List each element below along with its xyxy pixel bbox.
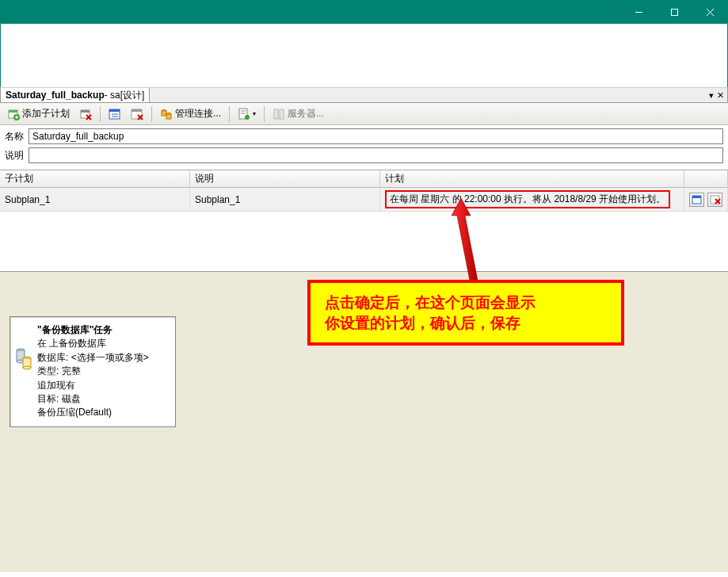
svg-rect-10 [81, 110, 90, 113]
cell-desc: Subplan_1 [190, 188, 380, 211]
subplan-grid: 子计划 说明 计划 Subplan_1 Subplan_1 在每周 星期六 的 … [0, 170, 728, 271]
maximize-button[interactable] [657, 0, 692, 24]
task-line: 在 上备份数据库 [37, 337, 169, 350]
svg-rect-1 [672, 9, 678, 15]
cell-plan: 在每周 星期六 的 22:00:00 执行。将从 2018/8/29 开始使用计… [380, 188, 684, 211]
schedule-button[interactable] [105, 105, 125, 123]
task-line: 数据库: <选择一项或多项> [37, 351, 169, 365]
window-titlebar [0, 0, 728, 24]
toolbar: 添加子计划 管理连接... ▾ 服务器... [0, 103, 728, 125]
svg-rect-5 [9, 110, 17, 113]
connections-icon [160, 108, 173, 120]
calendar-icon [109, 108, 121, 120]
annotation-callout: 点击确定后，在这个页面会显示 你设置的计划，确认后，保存 [307, 280, 624, 346]
add-subplan-icon [7, 108, 20, 120]
grid-empty-area [0, 212, 728, 271]
header-actions [684, 170, 728, 187]
report-icon [238, 108, 250, 120]
svg-marker-42 [452, 198, 478, 281]
delete-schedule-button[interactable] [707, 193, 722, 207]
add-subplan-label: 添加子计划 [22, 107, 70, 120]
desc-input[interactable] [29, 147, 723, 163]
task-line: 追加现有 [37, 379, 169, 392]
manage-connections-button[interactable]: 管理连接... [156, 105, 225, 123]
add-subplan-button[interactable]: 添加子计划 [3, 105, 74, 123]
backup-db-icon [15, 347, 32, 371]
task-line: 备份压缩(Default) [37, 406, 169, 419]
document-tab-header: Saturday_full_backup - sa [设计] ▾ ✕ [0, 87, 728, 103]
document-tab[interactable]: Saturday_full_backup - sa [设计] [1, 88, 150, 102]
edit-schedule-button[interactable] [689, 193, 704, 207]
tab-title-user: - sa [105, 90, 120, 101]
annotation-arrow [444, 198, 499, 285]
backup-task-box[interactable]: "备份数据库"任务 在 上备份数据库 数据库: <选择一项或多项> 类型: 完整… [10, 316, 176, 427]
delete-subplan-button[interactable] [75, 105, 96, 123]
svg-point-28 [245, 115, 250, 120]
name-input[interactable] [29, 128, 723, 144]
header-subplan[interactable]: 子计划 [0, 170, 190, 187]
report-button[interactable]: ▾ [234, 105, 260, 123]
tab-dropdown-icon[interactable]: ▾ [709, 90, 714, 101]
dropdown-arrow-icon: ▾ [253, 110, 256, 117]
annotation-line1: 点击确定后，在这个页面会显示 [325, 292, 607, 313]
tab-title-mode: [设计] [120, 89, 145, 102]
task-icon-column [15, 323, 32, 420]
svg-rect-22 [162, 111, 166, 116]
ribbon-placeholder [0, 24, 728, 87]
desc-label: 说明 [5, 149, 29, 162]
plan-form: 名称 说明 [0, 125, 728, 170]
tab-title-name: Saturday_full_backup [6, 90, 105, 101]
name-label: 名称 [5, 130, 29, 143]
svg-point-41 [23, 366, 31, 369]
task-title: "备份数据库"任务 [37, 323, 169, 337]
minimize-button[interactable] [621, 0, 657, 24]
manage-connections-label: 管理连接... [175, 107, 221, 120]
header-desc[interactable]: 说明 [190, 170, 380, 187]
close-button[interactable] [692, 0, 728, 24]
task-line: 目标: 磁盘 [37, 392, 169, 406]
delete-subplan-icon [79, 108, 92, 120]
grid-row[interactable]: Subplan_1 Subplan_1 在每周 星期六 的 22:00:00 执… [0, 188, 728, 212]
servers-label: 服务器... [288, 107, 324, 120]
svg-rect-32 [692, 196, 701, 198]
svg-rect-14 [109, 109, 120, 112]
header-plan[interactable]: 计划 [380, 170, 684, 187]
remove-schedule-button[interactable] [127, 105, 147, 123]
cell-subplan: Subplan_1 [0, 188, 190, 211]
svg-rect-18 [131, 109, 142, 112]
svg-rect-29 [274, 109, 278, 119]
task-text: "备份数据库"任务 在 上备份数据库 数据库: <选择一项或多项> 类型: 完整… [37, 323, 169, 420]
plan-text-highlight: 在每周 星期六 的 22:00:00 执行。将从 2018/8/29 开始使用计… [385, 190, 670, 208]
calendar-remove-icon [131, 108, 143, 120]
servers-icon [273, 108, 285, 120]
grid-header-row: 子计划 说明 计划 [0, 170, 728, 188]
task-line: 类型: 完整 [37, 365, 169, 378]
svg-rect-24 [166, 114, 171, 119]
svg-rect-30 [280, 109, 284, 119]
servers-button[interactable]: 服务器... [269, 105, 328, 123]
cell-actions [684, 188, 728, 211]
annotation-line2: 你设置的计划，确认后，保存 [325, 313, 607, 334]
tab-close-icon[interactable]: ✕ [717, 90, 724, 101]
